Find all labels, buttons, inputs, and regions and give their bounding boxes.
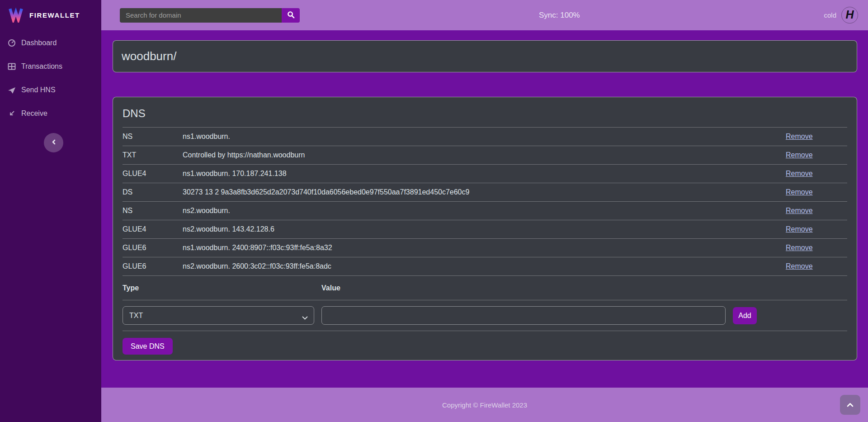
wallet-indicator: cold H	[824, 7, 868, 24]
sidebar-item-label: Transactions	[21, 62, 62, 71]
scroll-to-top-button[interactable]	[840, 395, 860, 415]
sync-status: Sync: 100%	[539, 11, 580, 20]
record-value: ns1.woodburn. 170.187.241.138	[183, 170, 786, 178]
add-record-form: TXT Add	[123, 300, 847, 331]
sidebar-item-receive[interactable]: Receive	[0, 102, 101, 125]
copyright-text: Copyright © FireWallet 2023	[442, 401, 527, 409]
dns-panel: DNS NS ns1.woodburn. Remove TXT Controll…	[113, 97, 857, 360]
add-record-header: Type Value	[123, 275, 847, 300]
dns-record-row: GLUE6 ns1.woodburn. 2400:8907::f03c:93ff…	[123, 238, 847, 257]
handshake-glyph: H	[845, 9, 854, 20]
search-button[interactable]	[282, 8, 300, 23]
record-value: ns2.woodburn.	[183, 207, 786, 215]
dns-record-row: GLUE6 ns2.woodburn. 2600:3c02::f03c:93ff…	[123, 257, 847, 275]
dns-record-row: GLUE4 ns1.woodburn. 170.187.241.138 Remo…	[123, 164, 847, 183]
sidebar-item-label: Send HNS	[21, 86, 56, 94]
send-plane-icon	[7, 86, 16, 94]
record-type: GLUE6	[123, 244, 183, 252]
wallet-name-label: cold	[824, 11, 836, 19]
remove-link[interactable]: Remove	[786, 188, 813, 196]
firewallet-w-logo-icon	[8, 6, 24, 24]
sidebar-item-transactions[interactable]: Transactions	[0, 55, 101, 78]
sidebar-nav: Dashboard Transactions S	[0, 31, 101, 125]
record-type-select[interactable]: TXT	[123, 306, 314, 325]
record-type: TXT	[123, 151, 183, 159]
sidebar-collapse-button[interactable]	[44, 133, 63, 152]
dns-record-row: GLUE4 ns2.woodburn. 143.42.128.6 Remove	[123, 220, 847, 238]
remove-link[interactable]: Remove	[786, 170, 813, 177]
dns-record-row: TXT Controlled by https://nathan.woodbur…	[123, 146, 847, 164]
receive-arrow-icon	[7, 110, 16, 117]
value-column-header: Value	[321, 284, 340, 292]
dns-record-row: NS ns2.woodburn. Remove	[123, 201, 847, 220]
record-value: ns2.woodburn. 2600:3c02::f03c:93ff:fe5a:…	[183, 262, 786, 270]
sidebar: FIREWALLET Dashboard	[0, 0, 101, 422]
content-column: Sync: 100% cold H woodburn/ DNS NS ns1.	[101, 0, 868, 422]
record-type: NS	[123, 133, 183, 141]
record-value: Controlled by https://nathan.woodburn	[183, 151, 786, 159]
record-value-input[interactable]	[321, 306, 726, 325]
dns-panel-title: DNS	[123, 104, 847, 127]
type-column-header: Type	[123, 284, 321, 292]
add-record-button[interactable]: Add	[733, 307, 757, 324]
sidebar-item-dashboard[interactable]: Dashboard	[0, 31, 101, 55]
remove-link[interactable]: Remove	[786, 225, 813, 233]
remove-link[interactable]: Remove	[786, 207, 813, 214]
record-value: ns1.woodburn. 2400:8907::f03c:93ff:fe5a:…	[183, 244, 786, 252]
remove-link[interactable]: Remove	[786, 151, 813, 159]
remove-link[interactable]: Remove	[786, 262, 813, 270]
sidebar-item-label: Dashboard	[21, 39, 57, 47]
dns-records-table: NS ns1.woodburn. Remove TXT Controlled b…	[123, 127, 847, 275]
sidebar-item-label: Receive	[21, 109, 47, 118]
domain-search	[120, 8, 300, 23]
domain-search-input[interactable]	[120, 8, 282, 23]
brand[interactable]: FIREWALLET	[0, 0, 101, 30]
dns-record-row: NS ns1.woodburn. Remove	[123, 127, 847, 146]
transactions-table-icon	[7, 63, 16, 70]
chevron-up-icon	[847, 402, 854, 408]
main-content: woodburn/ DNS NS ns1.woodburn. Remove TX…	[101, 30, 868, 388]
brand-name: FIREWALLET	[29, 11, 80, 19]
topbar: Sync: 100% cold H	[101, 0, 868, 30]
record-type: GLUE4	[123, 170, 183, 178]
record-value: ns2.woodburn. 143.42.128.6	[183, 225, 786, 233]
chevron-left-icon	[51, 138, 57, 147]
save-dns-button[interactable]: Save DNS	[123, 338, 173, 355]
remove-link[interactable]: Remove	[786, 133, 813, 140]
record-type: DS	[123, 188, 183, 196]
footer: Copyright © FireWallet 2023	[101, 388, 868, 422]
record-value: 30273 13 2 9a3a8fb3d625d2a2073d740f10da6…	[183, 188, 786, 196]
record-type: NS	[123, 207, 183, 215]
record-type: GLUE6	[123, 262, 183, 270]
page-title: woodburn/	[122, 49, 176, 63]
app-window: FIREWALLET Dashboard	[0, 0, 868, 422]
domain-title-card: woodburn/	[113, 40, 857, 72]
dns-record-row: DS 30273 13 2 9a3a8fb3d625d2a2073d740f10…	[123, 183, 847, 201]
dashboard-gauge-icon	[7, 39, 16, 47]
handshake-logo-icon[interactable]: H	[841, 7, 858, 24]
record-type: GLUE4	[123, 225, 183, 233]
sidebar-item-send-hns[interactable]: Send HNS	[0, 78, 101, 102]
remove-link[interactable]: Remove	[786, 244, 813, 251]
search-icon	[287, 11, 295, 20]
record-value: ns1.woodburn.	[183, 133, 786, 141]
